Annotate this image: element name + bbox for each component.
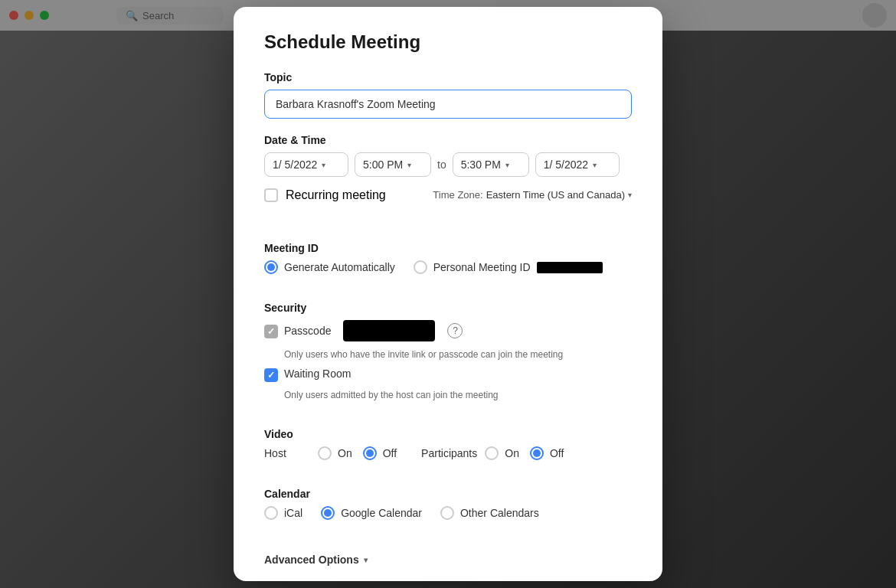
ical-option[interactable]: iCal [264, 506, 302, 520]
personal-meeting-radio[interactable] [414, 260, 427, 274]
host-on-option[interactable]: On [318, 446, 352, 460]
to-text: to [437, 158, 446, 171]
participants-off-radio[interactable] [530, 446, 544, 460]
start-date-select[interactable]: 1/ 5/2022 ▾ [264, 152, 348, 177]
timezone-value: Eastern Time (US and Canada) [486, 189, 625, 201]
recurring-checkbox[interactable] [264, 188, 278, 202]
end-date-select[interactable]: 1/ 5/2022 ▾ [535, 152, 620, 177]
datetime-label: Date & Time [264, 134, 632, 146]
participants-radio-pair: On Off [485, 446, 564, 460]
ical-radio[interactable] [264, 506, 278, 520]
google-calendar-label: Google Calendar [341, 507, 422, 519]
host-video-group: Host On Off [264, 446, 397, 460]
participants-on-option[interactable]: On [485, 446, 519, 460]
google-calendar-radio[interactable] [321, 506, 335, 520]
other-calendars-radio[interactable] [440, 506, 454, 520]
meeting-id-label: Meeting ID [264, 242, 632, 254]
timezone-group: Time Zone: Eastern Time (US and Canada) … [433, 189, 632, 201]
google-calendar-option[interactable]: Google Calendar [321, 506, 422, 520]
datetime-section: Date & Time 1/ 5/2022 ▾ 5:00 PM ▾ to 5:3… [264, 134, 632, 202]
passcode-row: Passcode ●●●●●●●●●● ? [264, 320, 632, 341]
end-time-chevron: ▾ [505, 161, 509, 169]
start-date-chevron: ▾ [322, 161, 325, 169]
waiting-room-label: Waiting Room [284, 368, 351, 380]
participants-video-group: Participants On Off [421, 446, 564, 460]
participants-off-label: Off [550, 447, 564, 459]
generate-auto-label: Generate Automatically [284, 261, 395, 273]
video-section: Video Host On Off Participants [264, 428, 632, 460]
participants-label: Participants [421, 447, 477, 459]
generate-auto-radio[interactable] [264, 260, 278, 274]
waiting-room-row: Waiting Room [264, 368, 632, 382]
personal-meeting-value: ●●●●●●●●●● [537, 262, 603, 273]
end-time-value: 5:30 PM [461, 158, 501, 171]
passcode-inline: Passcode ●●●●●●●●●● ? [264, 320, 463, 341]
host-off-option[interactable]: Off [363, 446, 397, 460]
passcode-hint: Only users who have the invite link or p… [284, 349, 632, 360]
security-section: Security Passcode ●●●●●●●●●● ? Only user… [264, 302, 632, 400]
host-off-radio[interactable] [363, 446, 377, 460]
advanced-options-toggle[interactable]: Advanced Options ▾ [264, 554, 632, 566]
timezone-label-text: Time Zone: [433, 189, 482, 201]
datetime-row: 1/ 5/2022 ▾ 5:00 PM ▾ to 5:30 PM ▾ 1/ 5/… [264, 152, 632, 177]
passcode-label: Passcode [284, 325, 331, 337]
passcode-help-icon[interactable]: ? [447, 323, 463, 338]
help-icon-symbol: ? [453, 325, 458, 336]
advanced-options-section: Advanced Options ▾ [264, 554, 632, 566]
end-date-chevron: ▾ [593, 161, 597, 169]
start-time-select[interactable]: 5:00 PM ▾ [355, 152, 431, 177]
passcode-checkbox[interactable] [264, 325, 278, 338]
advanced-options-label: Advanced Options [264, 554, 359, 566]
video-label: Video [264, 428, 632, 440]
participants-off-option[interactable]: Off [530, 446, 564, 460]
personal-meeting-label: Personal Meeting ID [433, 261, 531, 273]
meeting-id-section: Meeting ID Generate Automatically Person… [264, 242, 632, 274]
end-time-select[interactable]: 5:30 PM ▾ [453, 152, 529, 177]
host-on-radio[interactable] [318, 446, 332, 460]
other-calendars-label: Other Calendars [460, 507, 539, 519]
start-time-value: 5:00 PM [363, 158, 403, 171]
calendar-label: Calendar [264, 488, 632, 500]
recurring-label: Recurring meeting [286, 188, 386, 202]
calendar-radio-row: iCal Google Calendar Other Calendars [264, 506, 632, 520]
passcode-input[interactable]: ●●●●●●●●●● [343, 320, 435, 341]
calendar-section: Calendar iCal Google Calendar Other Cale… [264, 488, 632, 520]
participants-on-radio[interactable] [485, 446, 499, 460]
video-row: Host On Off Participants [264, 446, 632, 460]
personal-meeting-option[interactable]: Personal Meeting ID ●●●●●●●●●● [414, 260, 603, 274]
host-on-label: On [338, 447, 352, 459]
meeting-id-radio-row: Generate Automatically Personal Meeting … [264, 260, 632, 274]
end-date-value: 1/ 5/2022 [544, 158, 588, 171]
topic-input[interactable] [264, 90, 632, 119]
generate-auto-option[interactable]: Generate Automatically [264, 260, 395, 274]
modal-title: Schedule Meeting [264, 31, 632, 53]
participants-on-label: On [505, 447, 519, 459]
host-label: Host [264, 447, 310, 459]
recurring-row: Recurring meeting Time Zone: Eastern Tim… [264, 188, 632, 202]
advanced-options-chevron: ▾ [364, 556, 368, 564]
schedule-meeting-modal: Schedule Meeting Topic Date & Time 1/ 5/… [234, 7, 662, 581]
timezone-chevron[interactable]: ▾ [628, 191, 632, 199]
start-date-value: 1/ 5/2022 [273, 158, 317, 171]
host-off-label: Off [383, 447, 397, 459]
start-time-chevron: ▾ [407, 161, 411, 169]
other-calendars-option[interactable]: Other Calendars [440, 506, 539, 520]
security-label: Security [264, 302, 632, 314]
waiting-room-hint: Only users admitted by the host can join… [284, 390, 632, 400]
topic-label: Topic [264, 71, 632, 83]
host-radio-pair: On Off [318, 446, 397, 460]
topic-section: Topic [264, 71, 632, 119]
ical-label: iCal [284, 507, 302, 519]
waiting-room-checkbox[interactable] [264, 368, 278, 382]
